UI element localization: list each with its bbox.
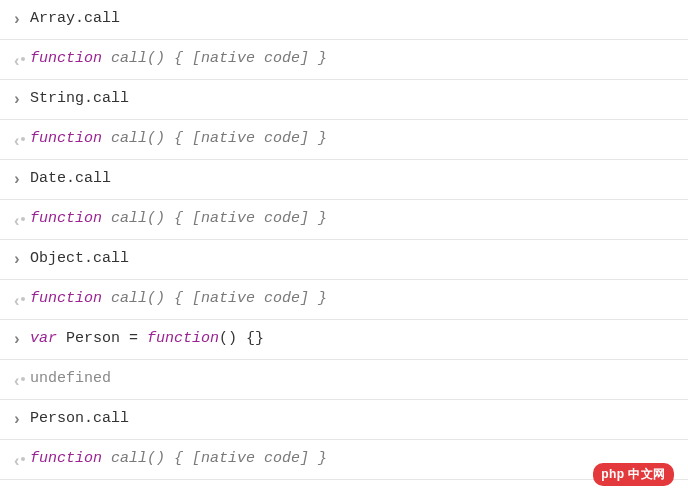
native-code-text: call() { [native code] } xyxy=(102,210,327,227)
code-text: String.call xyxy=(30,90,129,107)
undefined-value: undefined xyxy=(30,370,111,387)
output-chevron-icon xyxy=(12,213,30,227)
keyword-function: function xyxy=(30,50,102,67)
code-text: Array.call xyxy=(30,10,120,27)
code-text: () {} xyxy=(219,330,264,347)
console-line-content: function call() { [native code] } xyxy=(30,288,676,311)
output-chevron-icon xyxy=(12,373,30,387)
console-line-content: undefined xyxy=(30,368,676,391)
console-output-row[interactable]: function call() { [native code] } xyxy=(0,200,688,240)
console-input-row[interactable]: var Person = function() {} xyxy=(0,320,688,360)
console-line-content: String.call xyxy=(30,88,676,111)
console-output-row[interactable]: function call() { [native code] } xyxy=(0,40,688,80)
input-chevron-icon xyxy=(12,411,30,429)
native-code-text: call() { [native code] } xyxy=(102,130,327,147)
code-text: Person.call xyxy=(30,410,129,427)
watermark-badge: php 中文网 xyxy=(593,463,674,486)
console-line-content: function call() { [native code] } xyxy=(30,208,676,231)
output-chevron-icon xyxy=(12,453,30,467)
console-line-content: function call() { [native code] } xyxy=(30,448,676,471)
console-line-content: function call() { [native code] } xyxy=(30,48,676,71)
console-line-content: Object.call xyxy=(30,248,676,271)
console-line-content: var Person = function() {} xyxy=(30,328,676,351)
keyword-function: function xyxy=(30,450,102,467)
code-text: Object.call xyxy=(30,250,129,267)
console-line-content: function call() { [native code] } xyxy=(30,128,676,151)
console-output-row[interactable]: function call() { [native code] } xyxy=(0,440,688,480)
keyword-function: function xyxy=(30,210,102,227)
output-chevron-icon xyxy=(12,293,30,307)
keyword-var: var xyxy=(30,330,57,347)
keyword-function: function xyxy=(30,290,102,307)
console-output-row[interactable]: function call() { [native code] } xyxy=(0,120,688,160)
code-text: Date.call xyxy=(30,170,111,187)
code-text: Person = xyxy=(57,330,147,347)
input-chevron-icon xyxy=(12,11,30,29)
console-line-content: Array.call xyxy=(30,8,676,31)
output-chevron-icon xyxy=(12,133,30,147)
input-chevron-icon xyxy=(12,251,30,269)
keyword-function: function xyxy=(147,330,219,347)
console-output-row[interactable]: undefined xyxy=(0,360,688,400)
console-line-content: Person.call xyxy=(30,408,676,431)
output-chevron-icon xyxy=(12,53,30,67)
keyword-function: function xyxy=(30,130,102,147)
console-input-row[interactable]: Array.call xyxy=(0,0,688,40)
native-code-text: call() { [native code] } xyxy=(102,450,327,467)
input-chevron-icon xyxy=(12,91,30,109)
native-code-text: call() { [native code] } xyxy=(102,290,327,307)
input-chevron-icon xyxy=(12,331,30,349)
console-input-row[interactable]: String.call xyxy=(0,80,688,120)
console-input-row[interactable]: Person.call xyxy=(0,400,688,440)
console-input-row[interactable]: Date.call xyxy=(0,160,688,200)
console-input-row[interactable]: Object.call xyxy=(0,240,688,280)
console-output-row[interactable]: function call() { [native code] } xyxy=(0,280,688,320)
console-line-content: Date.call xyxy=(30,168,676,191)
input-chevron-icon xyxy=(12,171,30,189)
native-code-text: call() { [native code] } xyxy=(102,50,327,67)
console-log: Array.callfunction call() { [native code… xyxy=(0,0,688,480)
